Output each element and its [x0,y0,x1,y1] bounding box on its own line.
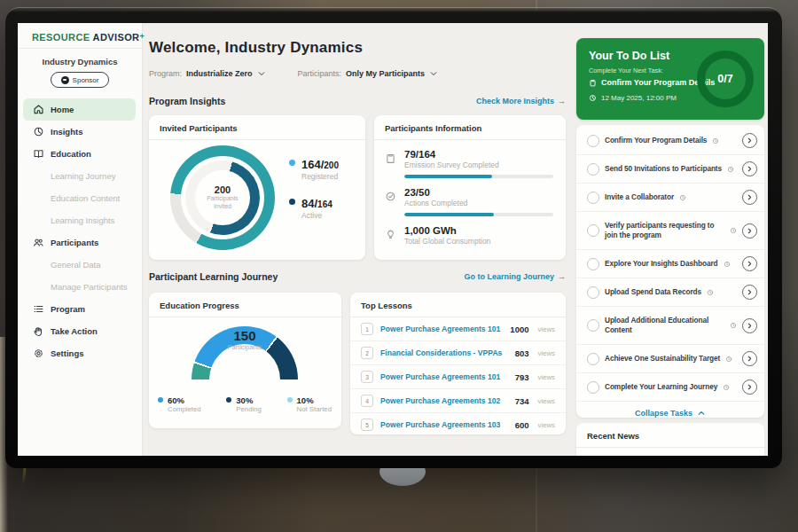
lesson-row: 2 Financial Considerations - VPPAs 803 v… [350,341,566,365]
todo-next-task-time: 12 May 2025, 12:00 PM [589,94,677,102]
task-row: Confirm Your Program Details [576,127,764,155]
gauge-center-label: Participants [149,343,340,351]
task-row: Verify participants requesting to join t… [576,212,764,250]
lesson-row: 3 Power Purchase Agreements 101 793 view… [350,365,566,389]
legend-label: Completed [168,405,201,413]
lesson-link[interactable]: Power Purchase Agreements 103 [380,420,508,429]
sponsor-label: Sponsor [73,76,99,84]
lesson-views: 1000 [510,325,528,334]
book-icon [33,148,44,160]
go-to-learning-journey-link[interactable]: Go to Learning Journey → [464,272,566,281]
sponsor-badge[interactable]: Sponsor [51,72,109,88]
sidebar-item-label: Learning Journey [51,171,115,181]
task-checkbox[interactable] [587,353,599,365]
task-go-button[interactable] [742,318,757,333]
task-checkbox[interactable] [587,381,599,394]
clock-icon [724,261,731,268]
chevron-down-icon [429,69,438,78]
sidebar-item-manage-participants[interactable]: Manage Participants [18,276,142,298]
task-checkbox[interactable] [587,192,599,204]
info-label: Actions Completed [404,199,553,207]
task-label[interactable]: Explore Your Insights Dashboard [605,259,718,269]
section-title: Participant Learning Journey [149,271,278,282]
task-label[interactable]: Confirm Your Program Details [605,136,707,145]
task-checkbox[interactable] [587,258,599,270]
task-go-button[interactable] [742,256,757,271]
task-label[interactable]: Complete Your Learning Journey [605,382,717,392]
task-label[interactable]: Verify participants requesting to join t… [605,221,724,240]
sidebar-item-general-data[interactable]: General Data [18,254,142,276]
gauge-center: 150 Participants [149,328,340,351]
task-label[interactable]: Invite a Collaborator [605,192,674,202]
card-title: Participants Information [374,115,566,140]
task-go-button[interactable] [742,351,757,366]
donut-center-value: 200 [215,184,231,195]
legend-item-pending: 30%Pending [226,395,262,413]
task-label[interactable]: Upload Spend Data Records [605,287,701,297]
sidebar-item-insights[interactable]: Insights [18,121,142,143]
lesson-link[interactable]: Power Purchase Agreements 102 [380,396,508,405]
progress-bar [404,213,553,216]
chevron-down-icon [257,69,266,78]
views-label: views [538,421,556,429]
sidebar-item-label: Home [51,105,74,114]
task-label[interactable]: Send 50 Invitations to Participants [605,164,722,174]
lesson-link[interactable]: Financial Considerations - VPPAs [380,348,508,357]
info-label: Emission Survey Completed [404,160,553,169]
program-dropdown[interactable]: Program: Industrialize Zero [149,69,266,78]
sidebar-item-settings[interactable]: Settings [18,342,142,364]
progress-fill [404,213,494,216]
clock-icon [589,94,597,102]
sidebar-item-learning-insights[interactable]: Learning Insights [18,209,142,231]
info-value: 1,000 GWh [404,225,553,236]
participants-information-card: Participants Information 79/164 Emission… [374,115,566,260]
participants-dropdown[interactable]: Participants: Only My Participants [298,69,439,78]
arrow-right-icon: → [558,97,566,106]
sidebar-item-program[interactable]: Program [18,298,142,320]
lesson-link[interactable]: Power Purchase Agreements 101 [380,325,503,333]
legend-value: 60% [168,395,201,405]
sidebar-item-label: Settings [51,348,83,358]
task-row: Upload Additional Educational Content [576,307,764,345]
lesson-link[interactable]: Power Purchase Agreements 101 [380,372,508,381]
task-checkbox[interactable] [587,135,599,147]
sidebar-item-learning-journey[interactable]: Learning Journey [18,165,142,187]
task-go-button[interactable] [742,379,757,395]
sidebar-item-participants[interactable]: Participants [18,231,142,254]
views-label: views [538,373,556,381]
task-checkbox[interactable] [587,319,599,332]
section-title: Program Insights [149,96,225,106]
sidebar-item-label: Participants [51,238,98,247]
clipboard-icon [385,152,396,163]
sidebar-item-home[interactable]: Home [23,98,136,121]
lesson-rank: 2 [361,347,373,359]
task-go-button[interactable] [742,133,757,148]
clock-icon [730,227,737,234]
task-checkbox[interactable] [587,224,599,237]
task-go-button[interactable] [742,161,757,176]
collapse-tasks-link[interactable]: Collapse Tasks [576,402,764,425]
task-go-button[interactable] [742,190,757,205]
todo-title: Your To Do List [589,50,669,62]
sidebar-item-take-action[interactable]: Take Action [18,320,142,342]
check-more-insights-link[interactable]: Check More Insights → [476,97,566,106]
sidebar-item-education[interactable]: Education [18,143,142,165]
logo-primary: RESOURCE [32,32,90,43]
task-go-button[interactable] [742,285,757,300]
program-label: Program: [149,69,182,78]
top-lessons-card: Top Lessons 1 Power Purchase Agreements … [350,293,566,434]
task-label[interactable]: Upload Additional Educational Content [605,316,724,335]
sidebar-item-education-content[interactable]: Education Content [18,187,142,209]
task-checkbox[interactable] [587,163,599,176]
task-go-button[interactable] [742,223,757,239]
sidebar-item-label: General Data [51,260,101,270]
sponsor-icon [61,76,69,84]
task-label[interactable]: Achieve One Sustainability Target [605,354,720,364]
task-checkbox[interactable] [587,286,599,299]
legend-item-registered: 164/200 Registered [289,156,339,181]
lesson-rank: 3 [361,371,373,383]
task-row: Complete Your Learning Journey [576,373,764,402]
invited-donut-outer: 200 ParticipantsInvited [170,145,275,250]
gear-icon [33,348,44,359]
todo-progress-value: 0/7 [717,73,732,85]
